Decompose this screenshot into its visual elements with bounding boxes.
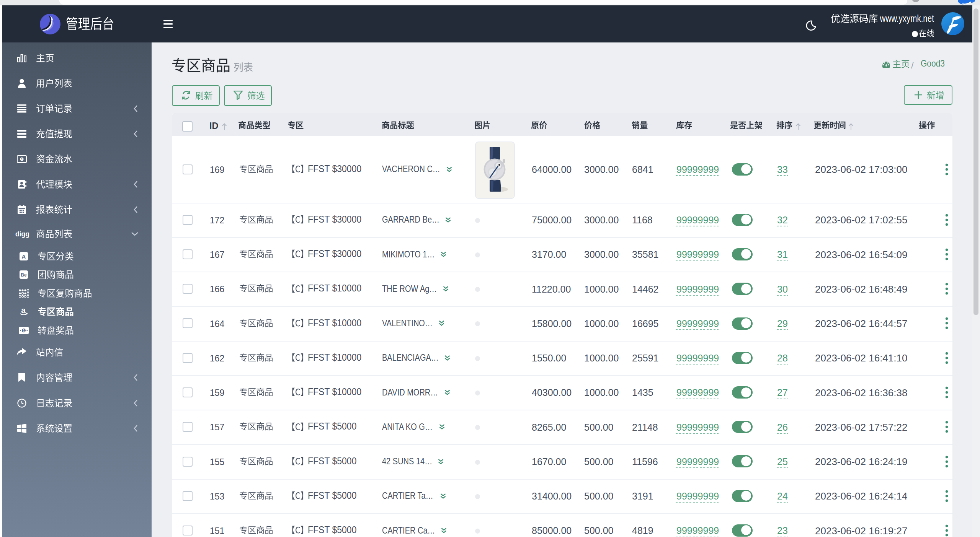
svg-text:1: 1 (21, 157, 23, 161)
svg-text:a: a (21, 307, 26, 314)
svg-text:Be: Be (21, 272, 27, 278)
svg-text:1: 1 (23, 329, 25, 333)
svg-text:A: A (22, 253, 26, 260)
